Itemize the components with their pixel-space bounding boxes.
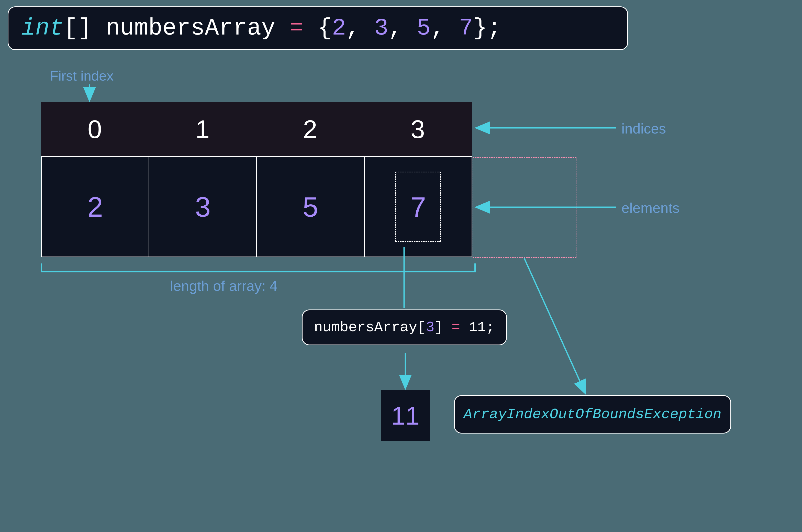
array-declaration-code: int[] numbersArray = {2, 3, 5, 7}; (8, 6, 628, 50)
var-name: numbersArray (92, 15, 289, 42)
element-cell-1: 3 (149, 157, 257, 256)
elements-label: elements (622, 200, 680, 216)
new-value-box: 11 (381, 390, 429, 441)
comma-1: , (388, 15, 417, 42)
exception-box: ArrayIndexOutOfBoundsException (454, 395, 731, 434)
element-cell-0: 2 (41, 157, 149, 256)
assign-semi: ; (486, 319, 495, 336)
index-cell-1: 1 (149, 102, 256, 156)
comma-2: , (431, 15, 459, 42)
array-diagram: 0 1 2 3 2 3 5 7 (41, 102, 472, 257)
equals-operator: = (289, 15, 304, 42)
close-brace: }; (473, 15, 501, 42)
index-row: 0 1 2 3 (41, 102, 472, 156)
assign-value: 11 (460, 319, 486, 336)
indices-label: indices (622, 120, 666, 137)
index-cell-2: 2 (256, 102, 364, 156)
element-cell-2: 5 (257, 157, 365, 256)
selected-element-highlight (395, 172, 441, 242)
value-2: 5 (417, 15, 431, 42)
out-of-bounds-box (473, 157, 576, 258)
first-index-label: First index (50, 68, 114, 84)
value-0: 2 (332, 15, 346, 42)
index-cell-3: 3 (364, 102, 472, 156)
assignment-code: numbersArray[3] = 11; (302, 309, 507, 345)
element-row: 2 3 5 7 (41, 156, 472, 257)
value-1: 3 (374, 15, 388, 42)
comma-0: , (346, 15, 374, 42)
assign-equals: = (452, 319, 460, 336)
array-brackets: [] (64, 15, 92, 42)
element-cell-3: 7 (365, 157, 472, 256)
assign-name: numbersArray[ (314, 319, 426, 336)
index-cell-0: 0 (41, 102, 149, 156)
type-keyword: int (21, 15, 64, 42)
value-3: 7 (459, 15, 473, 42)
oob-to-exception-arrow-icon (524, 258, 586, 394)
assign-index: 3 (426, 319, 435, 336)
length-bracket (41, 263, 476, 272)
assign-close: ] (434, 319, 452, 336)
open-brace: { (304, 15, 332, 42)
length-label: length of array: 4 (170, 278, 278, 294)
